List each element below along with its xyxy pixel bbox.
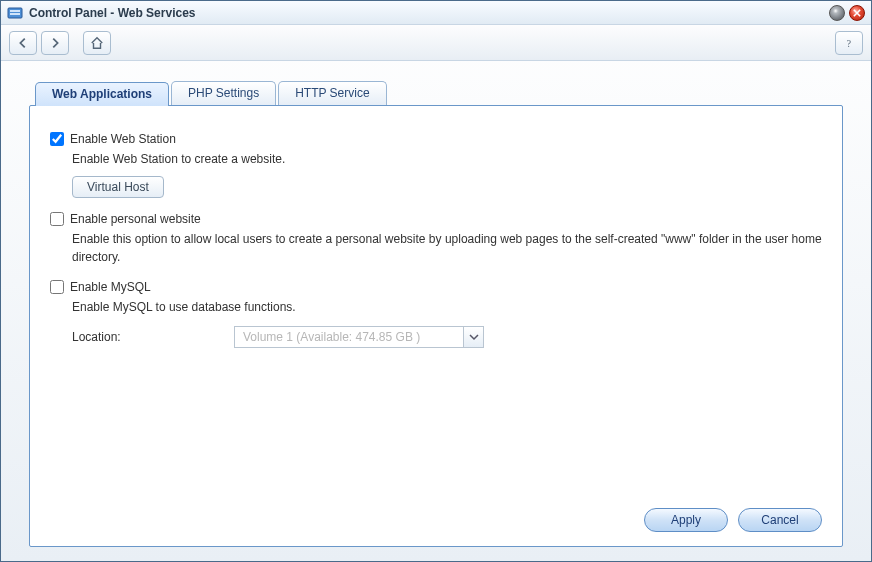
window: Control Panel - Web Services ? Web Appli… xyxy=(0,0,872,562)
button-label: Apply xyxy=(671,513,701,527)
app-icon xyxy=(7,5,23,21)
minimize-button[interactable] xyxy=(829,5,845,21)
section-personal-website: Enable personal website Enable this opti… xyxy=(50,212,822,266)
checkbox-personal-website[interactable] xyxy=(50,212,64,226)
location-select-value: Volume 1 (Available: 474.85 GB ) xyxy=(235,330,463,344)
label-mysql: Enable MySQL xyxy=(70,280,151,294)
tab-label: PHP Settings xyxy=(188,86,259,100)
apply-button[interactable]: Apply xyxy=(644,508,728,532)
virtual-host-button[interactable]: Virtual Host xyxy=(72,176,164,198)
content-area: Web Applications PHP Settings HTTP Servi… xyxy=(1,61,871,561)
button-label: Virtual Host xyxy=(87,180,149,194)
help-button[interactable]: ? xyxy=(835,31,863,55)
tab-php-settings[interactable]: PHP Settings xyxy=(171,81,276,105)
home-button[interactable] xyxy=(83,31,111,55)
close-button[interactable] xyxy=(849,5,865,21)
titlebar: Control Panel - Web Services xyxy=(1,1,871,25)
section-web-station: Enable Web Station Enable Web Station to… xyxy=(50,132,822,198)
tab-label: Web Applications xyxy=(52,87,152,101)
description-web-station: Enable Web Station to create a website. xyxy=(72,150,822,168)
label-web-station: Enable Web Station xyxy=(70,132,176,146)
tab-web-applications[interactable]: Web Applications xyxy=(35,82,169,106)
panel-web-applications: Enable Web Station Enable Web Station to… xyxy=(29,105,843,547)
svg-text:?: ? xyxy=(847,37,851,48)
button-label: Cancel xyxy=(761,513,798,527)
forward-button[interactable] xyxy=(41,31,69,55)
cancel-button[interactable]: Cancel xyxy=(738,508,822,532)
location-select[interactable]: Volume 1 (Available: 474.85 GB ) xyxy=(234,326,484,348)
label-personal-website: Enable personal website xyxy=(70,212,201,226)
tab-label: HTTP Service xyxy=(295,86,369,100)
checkbox-mysql[interactable] xyxy=(50,280,64,294)
description-mysql: Enable MySQL to use database functions. xyxy=(72,298,822,316)
svg-rect-2 xyxy=(10,13,20,15)
section-mysql: Enable MySQL Enable MySQL to use databas… xyxy=(50,280,822,348)
checkbox-web-station[interactable] xyxy=(50,132,64,146)
svg-rect-1 xyxy=(10,10,20,12)
description-personal-website: Enable this option to allow local users … xyxy=(72,230,822,266)
back-button[interactable] xyxy=(9,31,37,55)
panel-footer: Apply Cancel xyxy=(50,498,822,532)
location-label: Location: xyxy=(72,330,222,344)
tab-http-service[interactable]: HTTP Service xyxy=(278,81,386,105)
chevron-down-icon xyxy=(463,327,483,347)
navbar: ? xyxy=(1,25,871,61)
tab-bar: Web Applications PHP Settings HTTP Servi… xyxy=(35,81,843,105)
window-title: Control Panel - Web Services xyxy=(29,6,196,20)
